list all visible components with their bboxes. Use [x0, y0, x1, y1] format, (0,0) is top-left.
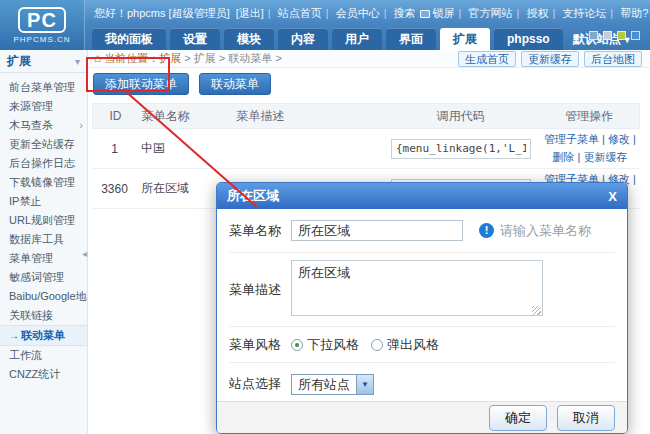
header: PC PHPCMS.CN 您好！phpcms [超级管理员] [退出] 站点首页…: [0, 0, 650, 50]
sidebar-item-cnzz-stats[interactable]: CNZZ统计: [0, 365, 87, 384]
logo-site-text: PHPCMS.CN: [13, 35, 70, 44]
menu-name-label: 菜单名称: [229, 222, 291, 240]
phpcms-logo: PC PHPCMS.CN: [0, 0, 85, 50]
tab-settings[interactable]: 设置: [170, 28, 220, 50]
active-item-arrow-icon: →: [9, 326, 19, 345]
support-forum-link[interactable]: 支持论坛: [552, 6, 606, 21]
tab-extensions[interactable]: 扩展: [440, 28, 490, 50]
main-nav: 我的面板 设置 模块 内容 用户 界面 扩展 phpsso 默认站点▼: [92, 27, 530, 50]
menu-desc-label: 菜单描述: [229, 281, 291, 299]
sidebar: 扩展 ▾ 前台菜单管理 来源管理 木马查杀› 更新全站缓存 后台操作日志 下载镜…: [0, 50, 88, 434]
linkage-menu-tab-button[interactable]: 联动菜单: [199, 73, 271, 95]
cell-code: [382, 139, 540, 159]
edit-linkage-menu-dialog: 所在区域 X 菜单名称 ! 请输入菜单名称 菜单描述 所在区域 菜单风格 下: [216, 182, 628, 434]
resize-handle-icon[interactable]: [532, 306, 541, 315]
sidebar-item-workflow[interactable]: 工作流: [0, 346, 87, 365]
site-home-link[interactable]: 站点首页: [268, 6, 322, 21]
menu-style-label: 菜单风格: [229, 336, 291, 354]
cancel-button[interactable]: 取消: [557, 405, 615, 431]
dialog-title: 所在区域: [227, 187, 279, 205]
lock-screen-link[interactable]: 锁屏: [420, 6, 455, 21]
chevron-right-icon: ›: [79, 116, 83, 135]
col-header-desc: 菜单描述: [232, 108, 381, 125]
table-row: 1 中国 管理子菜单 | 修改 | 删除 | 更新缓存: [92, 129, 640, 169]
theme-swatch[interactable]: [617, 31, 626, 40]
site-select-row: 站点选择 所有站点 ▾: [229, 363, 615, 405]
menu-style-options: 下拉风格 弹出风格: [291, 336, 451, 354]
sidebar-item-admin-log[interactable]: 后台操作日志: [0, 154, 87, 173]
ok-button[interactable]: 确定: [489, 405, 547, 431]
update-cache-button[interactable]: 更新缓存: [521, 51, 579, 67]
menu-desc-row: 菜单描述 所在区域: [229, 253, 615, 327]
top-links-right: 锁屏 官方网站 授权 支持论坛 帮助?: [420, 6, 650, 21]
logo-mark: PC: [18, 7, 66, 33]
sidebar-item-menu-manage[interactable]: 菜单管理: [0, 249, 87, 268]
call-code-input[interactable]: [391, 139, 531, 159]
official-site-link[interactable]: 官方网站: [459, 6, 513, 21]
content-toolbar: ⌂当前位置：扩展 > 扩展 > 联动菜单 > 生成首页 更新缓存 后台地图: [88, 50, 650, 68]
dialog-footer: 确定 取消: [217, 401, 627, 433]
sidebar-item-sensitive-words[interactable]: 敏感词管理: [0, 268, 87, 287]
sidebar-collapse-icon[interactable]: ◂: [82, 248, 87, 259]
sidebar-item-source[interactable]: 来源管理: [0, 97, 87, 116]
tab-dashboard[interactable]: 我的面板: [92, 28, 166, 50]
table-header-row: ID 菜单名称 菜单描述 调用代码 管理操作: [92, 103, 640, 129]
theme-swatch[interactable]: [603, 31, 612, 40]
theme-swatches: [584, 31, 640, 40]
theme-swatch[interactable]: [589, 31, 598, 40]
col-header-code: 调用代码: [382, 108, 539, 125]
license-link[interactable]: 授权: [517, 6, 549, 21]
chevron-down-icon: ▾: [75, 56, 80, 67]
theme-swatch[interactable]: [631, 31, 640, 40]
backend-map-button[interactable]: 后台地图: [584, 51, 642, 67]
sidebar-item-ip-ban[interactable]: IP禁止: [0, 192, 87, 211]
generate-homepage-button[interactable]: 生成首页: [458, 51, 516, 67]
toolbar-buttons: 生成首页 更新缓存 后台地图: [453, 51, 642, 67]
user-greeting: 您好！phpcms [超级管理员]: [94, 6, 230, 21]
search-link[interactable]: 搜索: [384, 6, 416, 21]
lock-screen-icon: [420, 10, 430, 18]
col-header-name: 菜单名称: [138, 108, 233, 125]
sidebar-item-download-mirror[interactable]: 下载镜像管理: [0, 173, 87, 192]
sidebar-item-trojan-scan[interactable]: 木马查杀›: [0, 116, 87, 135]
sidebar-item-update-cache[interactable]: 更新全站缓存: [0, 135, 87, 154]
dialog-title-bar: 所在区域 X: [217, 183, 627, 209]
tab-interface[interactable]: 界面: [386, 28, 436, 50]
help-link[interactable]: 帮助?: [610, 6, 648, 21]
menu-style-row: 菜单风格 下拉风格 弹出风格: [229, 327, 615, 363]
menu-name-input[interactable]: [291, 220, 463, 241]
tab-content[interactable]: 内容: [278, 28, 328, 50]
cell-operations[interactable]: 管理子菜单 | 修改 | 删除 | 更新缓存: [540, 131, 640, 165]
phpcms-admin-screen: PC PHPCMS.CN 您好！phpcms [超级管理员] [退出] 站点首页…: [0, 0, 650, 434]
sidebar-title[interactable]: 扩展 ▾: [0, 50, 87, 73]
radio-popup-style[interactable]: 弹出风格: [371, 336, 439, 354]
site-select-dropdown[interactable]: 所有站点 ▾: [291, 374, 374, 395]
home-icon: ⌂: [94, 51, 101, 65]
action-row: 添加联动菜单 联动菜单: [93, 73, 650, 95]
close-icon[interactable]: X: [608, 189, 617, 204]
tab-modules[interactable]: 模块: [224, 28, 274, 50]
name-hint: ! 请输入菜单名称: [479, 222, 591, 240]
sidebar-item-database-tools[interactable]: 数据库工具: [0, 230, 87, 249]
cell-id: 3360: [92, 182, 137, 196]
member-center-link[interactable]: 会员中心: [326, 6, 380, 21]
tab-phpsso[interactable]: phpsso: [494, 28, 563, 50]
site-select-label: 站点选择: [229, 375, 291, 393]
sidebar-item-front-menu[interactable]: 前台菜单管理: [0, 78, 87, 97]
dropdown-arrow-icon: ▾: [356, 375, 373, 394]
sidebar-item-related-links[interactable]: 关联链接: [0, 306, 87, 325]
logout-link[interactable]: [退出]: [236, 6, 264, 21]
add-linkage-menu-button[interactable]: 添加联动菜单: [93, 73, 189, 95]
sidebar-item-url-rules[interactable]: URL规则管理: [0, 211, 87, 230]
radio-dropdown-style[interactable]: 下拉风格: [291, 336, 359, 354]
sidebar-item-linkage-menu[interactable]: →联动菜单: [0, 325, 87, 346]
radio-unchecked-icon: [371, 339, 383, 351]
sidebar-item-maps[interactable]: Baibu/Google地图: [0, 287, 87, 306]
info-icon: !: [479, 223, 494, 238]
cell-name: 中国: [137, 140, 232, 157]
name-hint-text: 请输入菜单名称: [500, 222, 591, 240]
breadcrumb: ⌂当前位置：扩展 > 扩展 > 联动菜单 >: [94, 51, 282, 66]
menu-desc-textarea[interactable]: 所在区域: [291, 260, 543, 316]
top-bar: 您好！phpcms [超级管理员] [退出] 站点首页 会员中心 搜索 锁屏 官…: [94, 0, 642, 26]
tab-users[interactable]: 用户: [332, 28, 382, 50]
